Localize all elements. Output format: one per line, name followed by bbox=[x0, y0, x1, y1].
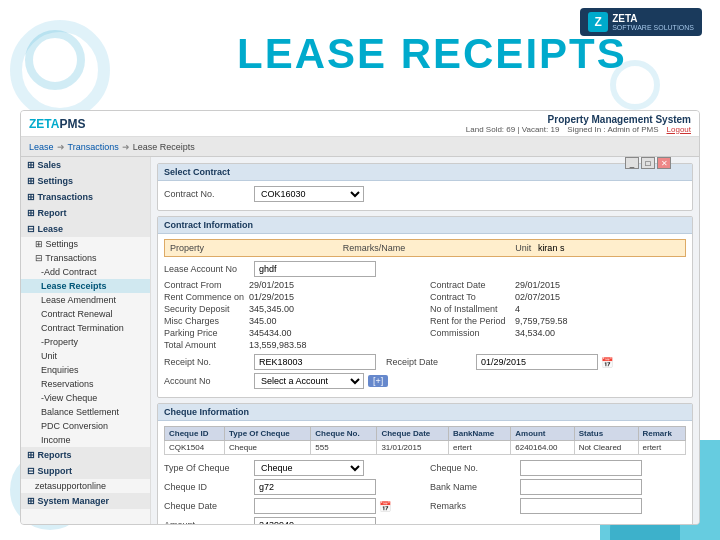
cheque-info-body: Cheque ID Type Of Cheque Cheque No. Cheq… bbox=[158, 421, 692, 524]
receipt-date-input[interactable] bbox=[476, 354, 598, 370]
cell-cheque-date: 31/01/2015 bbox=[377, 441, 449, 455]
sidebar-item-enquiries[interactable]: Enquiries bbox=[21, 363, 150, 377]
cheque-info-panel: Cheque Information Cheque ID Type Of Che… bbox=[157, 403, 693, 524]
amount-row: Amount bbox=[164, 517, 420, 524]
lease-account-input[interactable] bbox=[254, 261, 376, 277]
sidebar-item-support[interactable]: ⊟ Support bbox=[21, 463, 150, 479]
sidebar-item-lease[interactable]: ⊟ Lease bbox=[21, 221, 150, 237]
misc-charges-label: Misc Charges bbox=[164, 316, 249, 326]
sidebar-item-property[interactable]: -Property bbox=[21, 335, 150, 349]
breadcrumb-item-0[interactable]: Lease bbox=[29, 142, 54, 152]
sidebar-item-contract-termination[interactable]: Contract Termination bbox=[21, 321, 150, 335]
cheque-id-label: Cheque ID bbox=[164, 482, 254, 492]
cheque-type-label: Type Of Cheque bbox=[164, 463, 254, 473]
cheque-type-select[interactable]: Cheque bbox=[254, 460, 364, 476]
cheque-remarks-input[interactable] bbox=[520, 498, 642, 514]
unit-label: Unit bbox=[515, 243, 531, 253]
cheque-info-header: Cheque Information bbox=[158, 404, 692, 421]
installments-value: 4 bbox=[515, 304, 520, 314]
pms-title: Property Management System bbox=[466, 114, 691, 125]
total-amount-value: 13,559,983.58 bbox=[249, 340, 307, 350]
add-account-button[interactable]: [+] bbox=[368, 375, 388, 387]
sidebar-item-reservations[interactable]: Reservations bbox=[21, 377, 150, 391]
sidebar-item-lease-amendment[interactable]: Lease Amendment bbox=[21, 293, 150, 307]
cheque-no-label: Cheque No. bbox=[430, 463, 520, 473]
col-bank-name: BankName bbox=[448, 427, 510, 441]
bank-name-label: Bank Name bbox=[430, 482, 520, 492]
sidebar-item-contract-renewal[interactable]: Contract Renewal bbox=[21, 307, 150, 321]
installments-label: No of Installment bbox=[430, 304, 515, 314]
cheque-date-label: Cheque Date bbox=[164, 501, 254, 511]
sidebar-item-report[interactable]: ⊞ Report bbox=[21, 205, 150, 221]
col-type: Type Of Cheque bbox=[225, 427, 311, 441]
sidebar-item-pdc-conversion[interactable]: PDC Conversion bbox=[21, 419, 150, 433]
sidebar-item-add-contract[interactable]: -Add Contract bbox=[21, 265, 150, 279]
sidebar-item-settings[interactable]: ⊞ Settings bbox=[21, 173, 150, 189]
cheque-id-row: Cheque ID bbox=[164, 479, 420, 495]
cheque-date-calendar-icon[interactable]: 📅 bbox=[379, 501, 391, 512]
cheque-date-input[interactable] bbox=[254, 498, 376, 514]
rent-commence-value: 01/29/2015 bbox=[249, 292, 294, 302]
page-title: LEASE RECEIPTS bbox=[237, 30, 627, 78]
cell-amount: 6240164.00 bbox=[511, 441, 574, 455]
cheque-remarks-row: Remarks bbox=[430, 498, 686, 514]
security-deposit-label: Security Deposit bbox=[164, 304, 249, 314]
cheque-form: Type Of Cheque Cheque Cheque No. Cheque … bbox=[164, 460, 686, 524]
misc-charges-value: 345.00 bbox=[249, 316, 277, 326]
contract-from-value: 29/01/2015 bbox=[249, 280, 294, 290]
sidebar-item-transactions[interactable]: ⊞ Transactions bbox=[21, 189, 150, 205]
col-remark: Remark bbox=[638, 427, 685, 441]
lease-account-label: Lease Account No bbox=[164, 264, 254, 274]
sidebar: ⊞ Sales ⊞ Settings ⊞ Transactions ⊞ Repo… bbox=[21, 157, 151, 524]
sidebar-item-lease-transactions[interactable]: ⊟ Transactions bbox=[21, 251, 150, 265]
cheque-no-input[interactable] bbox=[520, 460, 642, 476]
commission-label: Commission bbox=[430, 328, 515, 338]
col-status: Status bbox=[574, 427, 638, 441]
account-no-select[interactable]: Select a Account bbox=[254, 373, 364, 389]
cheque-remarks-label: Remarks bbox=[430, 501, 520, 511]
maximize-button[interactable]: □ bbox=[641, 157, 655, 169]
col-cheque-no: Cheque No. bbox=[311, 427, 377, 441]
select-contract-panel: Select Contract Contract No. COK16030 bbox=[157, 163, 693, 211]
land-info: Land Sold: 69 | Vacant: 19 bbox=[466, 125, 560, 134]
contract-date-label: Contract Date bbox=[430, 280, 515, 290]
sidebar-item-zeta-support[interactable]: zetasupportonline bbox=[21, 479, 150, 493]
cell-status: Not Cleared bbox=[574, 441, 638, 455]
col-cheque-date: Cheque Date bbox=[377, 427, 449, 441]
header-info: Property Management System Land Sold: 69… bbox=[466, 114, 691, 134]
col-amount: Amount bbox=[511, 427, 574, 441]
amount-input[interactable] bbox=[254, 517, 376, 524]
select-contract-header: Select Contract bbox=[158, 164, 692, 181]
table-row[interactable]: CQK1504 Cheque 555 31/01/2015 ertert 624… bbox=[165, 441, 686, 455]
cell-remark: ertert bbox=[638, 441, 685, 455]
sidebar-item-income[interactable]: Income bbox=[21, 433, 150, 447]
receipt-no-input[interactable] bbox=[254, 354, 376, 370]
close-button[interactable]: ✕ bbox=[657, 157, 671, 169]
main-layout: ⊞ Sales ⊞ Settings ⊞ Transactions ⊞ Repo… bbox=[21, 157, 699, 524]
contract-no-select[interactable]: COK16030 bbox=[254, 186, 364, 202]
cheque-date-row: Cheque Date 📅 bbox=[164, 498, 420, 514]
sidebar-item-view-cheque[interactable]: -View Cheque bbox=[21, 391, 150, 405]
sidebar-item-sales[interactable]: ⊞ Sales bbox=[21, 157, 150, 173]
sidebar-item-balance-settlement[interactable]: Balance Settlement bbox=[21, 405, 150, 419]
sidebar-item-lease-receipts[interactable]: Lease Receipts bbox=[21, 279, 150, 293]
breadcrumb-item-1[interactable]: Transactions bbox=[68, 142, 119, 152]
sidebar-item-system-manager[interactable]: ⊞ System Manager bbox=[21, 493, 150, 509]
minimize-button[interactable]: _ bbox=[625, 157, 639, 169]
total-amount-label: Total Amount bbox=[164, 340, 249, 350]
logo-zeta: ZETA bbox=[29, 117, 59, 131]
sidebar-item-reports[interactable]: ⊞ Reports bbox=[21, 447, 150, 463]
sidebar-item-unit[interactable]: Unit bbox=[21, 349, 150, 363]
amount-label: Amount bbox=[164, 520, 254, 524]
app-header: ZETA PMS Property Management System Land… bbox=[21, 111, 699, 137]
bank-name-input[interactable] bbox=[520, 479, 642, 495]
logout-link[interactable]: Logout bbox=[667, 125, 691, 134]
unit-value: kiran s bbox=[538, 243, 565, 253]
sidebar-item-lease-settings[interactable]: ⊞ Settings bbox=[21, 237, 150, 251]
cheque-id-input[interactable] bbox=[254, 479, 376, 495]
contract-from-label: Contract From bbox=[164, 280, 249, 290]
breadcrumb-arrow-0: ➜ bbox=[57, 142, 65, 152]
contract-date-value: 29/01/2015 bbox=[515, 280, 560, 290]
calendar-icon[interactable]: 📅 bbox=[601, 357, 613, 368]
logo-pms: PMS bbox=[59, 117, 85, 131]
